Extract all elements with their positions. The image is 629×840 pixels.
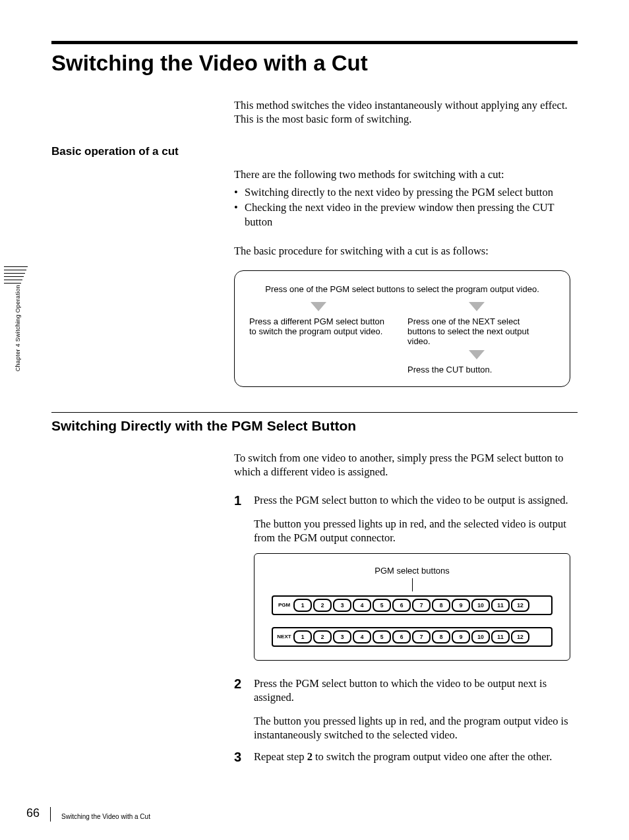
step-3-text: Repeat step 2 to switch the program outp…	[254, 750, 578, 764]
procedure-flow-box: Press one of the PGM select buttons to s…	[234, 270, 570, 387]
next-select-button: 10	[471, 630, 490, 644]
step-1-text-a: Press the PGM select button to which the…	[254, 493, 578, 507]
next-select-button: 8	[432, 630, 450, 644]
methods-bullet-list: •Switching directly to the next video by…	[234, 185, 578, 229]
intro-paragraph: This method switches the video instantan…	[234, 98, 578, 127]
down-arrow-icon	[469, 350, 485, 359]
bullet-item: Switching directly to the next video by …	[245, 185, 553, 200]
step-1-text-b: The button you pressed lights up in red,…	[254, 517, 578, 545]
pgm-button-row: PGM 1 2 3 4 5 6 7 8 9 10 11 12	[272, 595, 553, 615]
pgm-select-button: 1	[293, 599, 312, 612]
pgm-select-button: 8	[432, 599, 450, 612]
page-footer: 66 Switching the Video with a Cut	[26, 806, 150, 820]
next-select-button: 11	[491, 630, 510, 644]
pgm-select-button: 6	[392, 599, 411, 612]
flow-step-left: Press a different PGM select button to s…	[249, 316, 388, 336]
next-select-button: 5	[373, 630, 391, 644]
panel-caption: PGM select buttons	[272, 566, 553, 576]
next-select-button: 2	[313, 630, 332, 644]
sidebar-chapter-label: Chapter 4 Switching Operation	[15, 285, 21, 371]
next-select-button: 7	[412, 630, 431, 644]
pgm-select-button: 7	[412, 599, 431, 612]
down-arrow-icon	[311, 302, 326, 311]
pointer-line	[412, 578, 413, 591]
next-select-button: 4	[353, 630, 371, 644]
next-button-row: NEXT 1 2 3 4 5 6 7 8 9 10 11 12	[272, 627, 553, 647]
page-number: 66	[26, 806, 40, 820]
pgm-select-button: 3	[333, 599, 351, 612]
pgm-select-button: 10	[471, 599, 490, 612]
next-select-button: 3	[333, 630, 351, 644]
step-1: 1 Press the PGM select button to which t…	[234, 493, 578, 545]
down-arrow-icon	[469, 302, 485, 311]
top-horizontal-rule	[51, 41, 578, 44]
step-3: 3 Repeat step 2 to switch the program ou…	[234, 750, 578, 765]
procedure-intro: The basic procedure for switching with a…	[234, 244, 578, 258]
step-2-text-a: Press the PGM select button to which the…	[254, 676, 578, 705]
sidebar-marks	[4, 266, 28, 286]
row-label-pgm: PGM	[276, 602, 293, 608]
basic-operation-heading: Basic operation of a cut	[51, 145, 578, 158]
step-number: 2	[234, 675, 245, 742]
row-label-next: NEXT	[276, 634, 293, 640]
pgm-select-button: 4	[353, 599, 371, 612]
button-panel-diagram: PGM select buttons PGM 1 2 3 4 5 6 7 8 9…	[254, 553, 570, 661]
flow-step-top: Press one of the PGM select buttons to s…	[249, 284, 555, 294]
section-divider	[51, 412, 578, 413]
pgm-select-button: 5	[373, 599, 391, 612]
pgm-select-button: 9	[452, 599, 470, 612]
step-2-text-b: The button you pressed lights up in red,…	[254, 714, 578, 742]
pgm-select-button: 2	[313, 599, 332, 612]
flow-step-right-2: Press the CUT button.	[407, 365, 546, 375]
next-select-button: 6	[392, 630, 411, 644]
step-number: 3	[234, 748, 245, 765]
basic-intro-text: There are the following two methods for …	[234, 167, 578, 181]
next-select-button: 12	[511, 630, 529, 644]
next-select-button: 1	[293, 630, 312, 644]
next-select-button: 9	[452, 630, 470, 644]
pgm-select-button: 11	[491, 599, 510, 612]
step-2: 2 Press the PGM select button to which t…	[234, 676, 578, 742]
page-title: Switching the Video with a Cut	[51, 51, 578, 76]
bullet-item: Checking the next video in the preview w…	[245, 200, 578, 230]
section2-intro: To switch from one video to another, sim…	[234, 451, 578, 479]
step-number: 1	[234, 492, 245, 545]
footer-title: Switching the Video with a Cut	[61, 813, 150, 820]
section-heading: Switching Directly with the PGM Select B…	[51, 418, 578, 434]
flow-step-right-1: Press one of the NEXT select buttons to …	[407, 316, 546, 346]
pgm-select-button: 12	[511, 599, 529, 612]
